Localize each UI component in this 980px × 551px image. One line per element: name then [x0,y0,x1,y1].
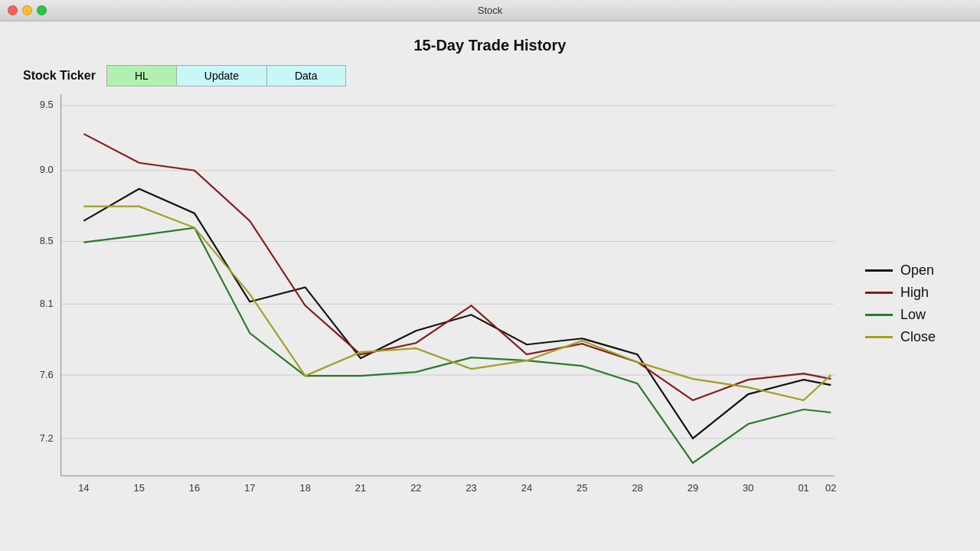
maximize-button[interactable] [37,5,47,15]
low-legend-line [865,314,893,316]
high-legend-line [865,292,893,294]
data-button[interactable]: Data [266,65,346,86]
close-legend-line [865,336,893,338]
svg-text:01: 01 [798,482,808,494]
low-legend-label: Low [900,307,926,323]
svg-text:22: 22 [410,482,421,494]
high-legend-label: High [900,285,929,301]
chart-legend: Open High Low Close [865,94,957,537]
stock-ticker-label: Stock Ticker [23,69,96,83]
svg-text:02: 02 [825,482,836,494]
legend-high: High [865,285,957,301]
chart-container: 9.5 9.0 8.5 8.1 7.6 7.2 14 [31,94,850,537]
svg-text:15: 15 [134,482,145,494]
close-legend-label: Close [900,329,936,345]
svg-text:14: 14 [78,482,89,494]
svg-text:21: 21 [355,482,366,494]
title-bar: Stock [0,0,980,21]
chart-area: 9.5 9.0 8.5 8.1 7.6 7.2 14 [23,94,957,537]
svg-text:8.5: 8.5 [40,234,54,246]
svg-text:23: 23 [466,482,476,494]
main-content: 15-Day Trade History Stock Ticker HL Upd… [0,21,980,551]
page-title: 15-Day Trade History [23,37,957,54]
svg-text:29: 29 [688,482,698,494]
legend-open: Open [865,262,957,279]
svg-text:9.5: 9.5 [40,99,54,110]
svg-text:25: 25 [577,482,587,494]
svg-text:16: 16 [189,482,200,494]
open-line [83,189,831,439]
svg-text:17: 17 [244,482,255,494]
hl-button[interactable]: HL [106,65,176,86]
legend-low: Low [865,307,957,323]
update-button[interactable]: Update [176,65,266,86]
minimize-button[interactable] [22,5,32,15]
high-line [83,134,831,400]
stock-chart: 9.5 9.0 8.5 8.1 7.6 7.2 14 [31,94,850,537]
window-controls[interactable] [8,5,47,15]
toolbar: Stock Ticker HL Update Data [23,65,957,86]
window-title: Stock [478,5,503,16]
svg-text:24: 24 [521,482,532,494]
svg-text:18: 18 [299,482,310,494]
svg-text:7.6: 7.6 [40,369,54,380]
low-line [83,228,831,463]
svg-text:28: 28 [632,482,642,494]
svg-text:9.0: 9.0 [40,164,54,175]
svg-text:8.1: 8.1 [40,298,54,309]
svg-text:30: 30 [743,482,753,494]
svg-text:7.2: 7.2 [40,432,54,444]
open-legend-line [865,269,893,272]
close-button[interactable] [8,5,18,15]
open-legend-label: Open [900,262,934,279]
legend-close: Close [865,329,957,345]
close-line [83,207,831,400]
